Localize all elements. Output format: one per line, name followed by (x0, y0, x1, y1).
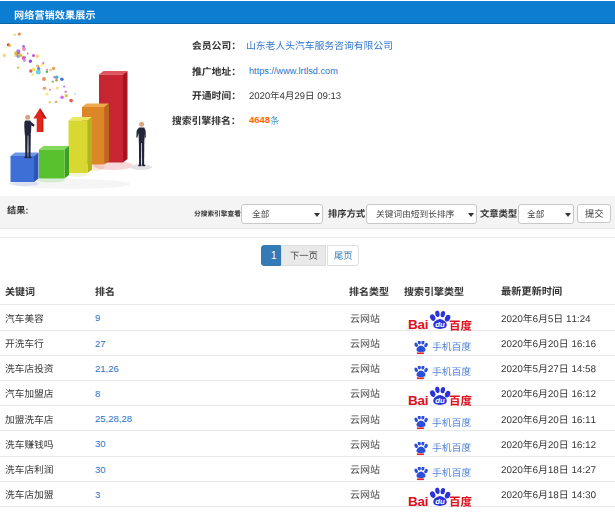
svg-text:du: du (435, 320, 445, 329)
svg-text:du: du (435, 396, 445, 405)
svg-text:du: du (435, 497, 445, 506)
